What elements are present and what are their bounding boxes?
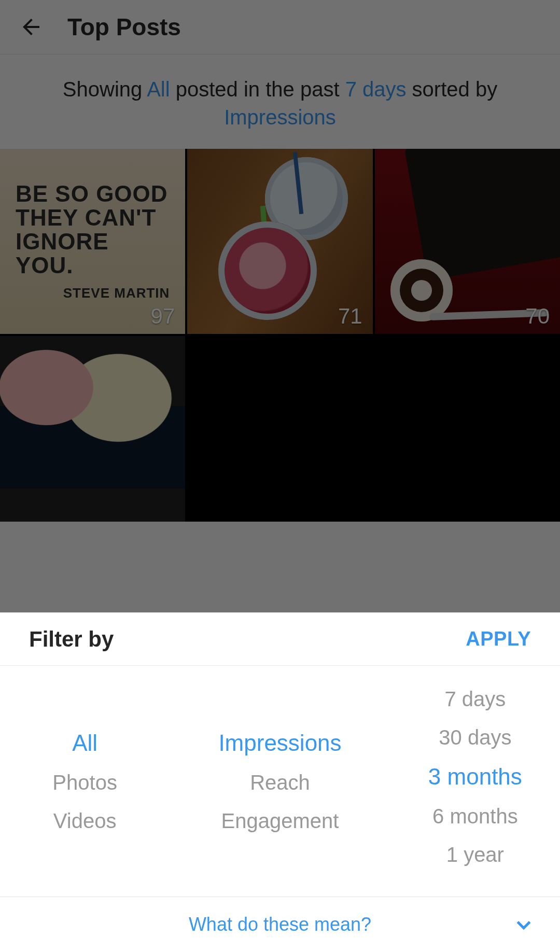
type-option[interactable]: All [72, 732, 97, 754]
metric-option[interactable]: Impressions [218, 732, 341, 754]
period-wheel[interactable]: 7 days 30 days 3 months 6 months 1 year [390, 666, 560, 897]
apply-button[interactable]: APPLY [466, 628, 531, 650]
type-option[interactable]: Videos [53, 810, 117, 831]
period-option[interactable]: 7 days [444, 689, 506, 709]
filter-sheet-header: Filter by APPLY [0, 613, 560, 666]
period-option[interactable]: 1 year [446, 844, 504, 865]
type-wheel[interactable]: All Photos Videos [0, 666, 170, 897]
chevron-down-icon [513, 914, 534, 935]
help-link[interactable]: What do these mean? [189, 914, 371, 935]
expand-help-button[interactable] [513, 914, 534, 935]
period-option[interactable]: 30 days [439, 727, 511, 748]
period-option[interactable]: 3 months [428, 765, 522, 788]
help-row: What do these mean? [0, 897, 560, 952]
metric-wheel[interactable]: Impressions Reach Engagement [170, 666, 390, 897]
filter-sheet-title: Filter by [29, 627, 114, 652]
filter-sheet: Filter by APPLY All Photos Videos Impres… [0, 613, 560, 952]
type-option[interactable]: Photos [52, 772, 117, 793]
filter-picker-wheels: All Photos Videos Impressions Reach Enga… [0, 666, 560, 897]
period-option[interactable]: 6 months [432, 806, 518, 827]
metric-option[interactable]: Engagement [221, 810, 339, 831]
metric-option[interactable]: Reach [250, 772, 310, 793]
